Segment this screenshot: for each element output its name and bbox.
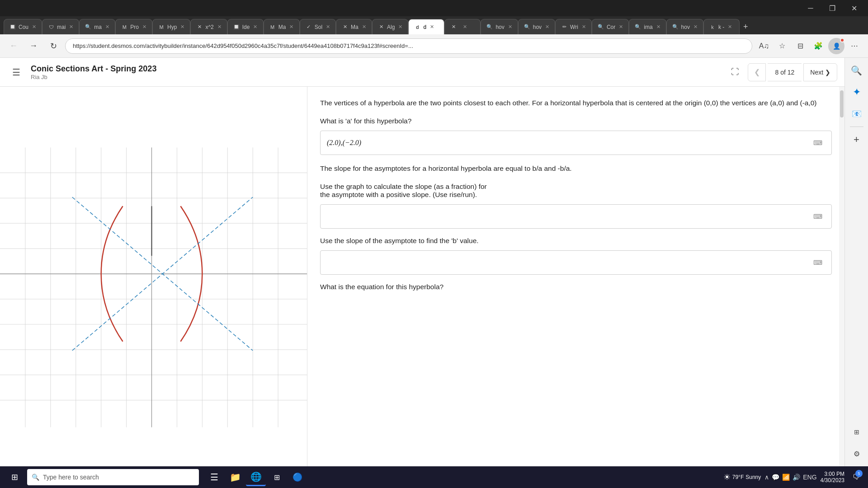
- chrome-taskbar-button[interactable]: 🔵: [288, 468, 307, 486]
- tab-close-button[interactable]: ✕: [463, 24, 467, 30]
- ms-store-button[interactable]: ⊞: [267, 468, 287, 486]
- profile-notification-dot: [840, 38, 844, 42]
- browser-tab-t17[interactable]: 🔍 Cor ✕: [592, 19, 629, 34]
- taskbar-right: ☀ 79°F Sunny ∧ 💬 📶 🔊 ENG 3:00 PM 4/30/20…: [723, 468, 864, 486]
- prev-page-button[interactable]: ❮: [748, 63, 766, 81]
- tab-close-button[interactable]: ✕: [728, 24, 732, 30]
- browser-tab-t14[interactable]: 🔍 hov ✕: [481, 19, 518, 34]
- new-tab-button[interactable]: +: [740, 19, 752, 34]
- refresh-button[interactable]: ↻: [45, 38, 61, 54]
- language-icon[interactable]: ENG: [803, 474, 816, 481]
- tab-title: hov: [495, 24, 504, 30]
- forward-button[interactable]: →: [25, 38, 42, 54]
- keyboard-toggle-button-3[interactable]: ⌨: [811, 255, 825, 270]
- weather-widget: ☀ 79°F Sunny: [723, 472, 761, 482]
- favorites-button[interactable]: ☆: [774, 38, 790, 54]
- browser-tab-t2[interactable]: 🛡 mai ✕: [42, 19, 79, 34]
- browser-tab-t15[interactable]: 🔍 hov ✕: [518, 19, 555, 34]
- copilot-sidebar-button[interactable]: ✦: [848, 83, 866, 101]
- show-hidden-icons[interactable]: ∧: [764, 474, 769, 481]
- fullscreen-button[interactable]: ⛶: [726, 63, 744, 81]
- browser-tab-t10[interactable]: ✕ Ma ✕: [336, 19, 372, 34]
- browser-tab-t8[interactable]: M Ma ✕: [264, 19, 300, 34]
- search-bar[interactable]: 🔍 Type here to search: [27, 469, 199, 485]
- restore-button[interactable]: ❐: [822, 0, 843, 16]
- tab-close-button[interactable]: ✕: [693, 24, 698, 30]
- browser-tab-t12[interactable]: d d ✕: [408, 19, 444, 34]
- keyboard-toggle-button-2[interactable]: ⌨: [811, 209, 825, 224]
- tab-close-button[interactable]: ✕: [289, 24, 293, 30]
- chat-icon[interactable]: 💬: [772, 474, 779, 481]
- tab-title: Ide: [242, 24, 250, 30]
- clock-date: 4/30/2023: [821, 477, 844, 483]
- back-button[interactable]: ←: [5, 38, 22, 54]
- sidebar-expand-button[interactable]: ⊞: [848, 423, 866, 441]
- tab-close-button[interactable]: ✕: [180, 24, 184, 30]
- tab-close-button[interactable]: ✕: [142, 24, 146, 30]
- keyboard-toggle-button-1[interactable]: ⌨: [811, 136, 825, 150]
- tab-close-button[interactable]: ✕: [582, 24, 586, 30]
- sidebar-separator: [850, 127, 863, 127]
- browser-tab-t13[interactable]: ✕ ✕: [444, 19, 481, 34]
- tab-close-button[interactable]: ✕: [430, 24, 434, 30]
- tab-close-button[interactable]: ✕: [398, 24, 402, 30]
- tab-close-button[interactable]: ✕: [619, 24, 623, 30]
- browser-tab-t1[interactable]: 🔲 Cou ✕: [4, 19, 42, 34]
- tab-close-button[interactable]: ✕: [545, 24, 549, 30]
- tab-close-button[interactable]: ✕: [326, 24, 330, 30]
- taskview-button[interactable]: ☰: [204, 468, 224, 486]
- bing-search-sidebar-button[interactable]: 🔍: [848, 61, 866, 80]
- collections-button[interactable]: ⊟: [792, 38, 808, 54]
- notification-center-button[interactable]: 🗨 5: [848, 468, 864, 486]
- sidebar-settings-button[interactable]: ⚙: [848, 445, 866, 463]
- browser-tab-t19[interactable]: 🔍 hov ✕: [666, 19, 703, 34]
- tab-bar: 🔲 Cou ✕🛡 mai ✕🔍 ma ✕M Pro ✕M Hyp ✕✕ x^2 …: [0, 16, 868, 34]
- volume-icon[interactable]: 🔊: [793, 474, 800, 481]
- browser-tab-t11[interactable]: ✕ Alg ✕: [372, 19, 408, 34]
- question-a-label: What is 'a' for this hyperbola?: [320, 117, 832, 125]
- clock[interactable]: 3:00 PM 4/30/2023: [821, 471, 844, 483]
- next-page-button[interactable]: Next ❯: [803, 63, 837, 81]
- browser-tab-t20[interactable]: k k - ✕: [703, 19, 740, 34]
- start-button[interactable]: ⊞: [4, 468, 25, 486]
- add-sidebar-button[interactable]: +: [848, 131, 866, 149]
- scroll-thumb[interactable]: [840, 90, 844, 117]
- tab-close-button[interactable]: ✕: [508, 24, 512, 30]
- answer-b-input-wrapper[interactable]: ⌨: [320, 250, 832, 275]
- browser-tab-t6[interactable]: ✕ x^2 ✕: [190, 19, 227, 34]
- close-button[interactable]: ✕: [844, 0, 864, 16]
- tab-close-button[interactable]: ✕: [32, 24, 36, 30]
- tab-close-button[interactable]: ✕: [217, 24, 222, 30]
- answer-a-input-wrapper: (2.0),(−2.0) ⌨: [320, 131, 832, 155]
- browser-tab-t7[interactable]: 🔲 Ide ✕: [227, 19, 264, 34]
- extensions-button[interactable]: 🧩: [810, 38, 826, 54]
- tab-close-button[interactable]: ✕: [69, 24, 73, 30]
- browser-tab-t3[interactable]: 🔍 ma ✕: [79, 19, 115, 34]
- minimize-button[interactable]: ─: [800, 0, 821, 16]
- profile-button[interactable]: 👤: [828, 38, 844, 54]
- scroll-track[interactable]: [839, 87, 844, 488]
- read-aloud-button[interactable]: A♫: [756, 38, 772, 54]
- browser-tab-t16[interactable]: ✏ Wri ✕: [555, 19, 592, 34]
- tab-close-button[interactable]: ✕: [362, 24, 366, 30]
- browser-tab-t4[interactable]: M Pro ✕: [115, 19, 152, 34]
- tab-favicon: 🛡: [48, 24, 54, 30]
- tab-favicon: 🔍: [672, 24, 679, 30]
- tab-close-button[interactable]: ✕: [253, 24, 257, 30]
- next-label: Next ❯: [810, 69, 830, 76]
- address-input[interactable]: [65, 38, 752, 54]
- edge-taskbar-button[interactable]: 🌐: [246, 468, 266, 486]
- window-controls: ─ ❐ ✕: [800, 0, 864, 16]
- browser-tab-t5[interactable]: M Hyp ✕: [152, 19, 190, 34]
- network-icon[interactable]: 📶: [782, 474, 790, 481]
- hamburger-menu-button[interactable]: ☰: [7, 63, 25, 81]
- file-explorer-button[interactable]: 📁: [225, 468, 245, 486]
- browser-tab-t9[interactable]: ✓ Sol ✕: [300, 19, 336, 34]
- outlook-sidebar-button[interactable]: 📧: [848, 105, 866, 123]
- browser-tab-t18[interactable]: 🔍 ima ✕: [629, 19, 666, 34]
- tab-close-button[interactable]: ✕: [656, 24, 660, 30]
- tab-title: x^2: [205, 24, 213, 30]
- tab-close-button[interactable]: ✕: [105, 24, 109, 30]
- settings-more-button[interactable]: ⋯: [846, 38, 863, 54]
- answer-slope-input-wrapper[interactable]: ⌨: [320, 204, 832, 229]
